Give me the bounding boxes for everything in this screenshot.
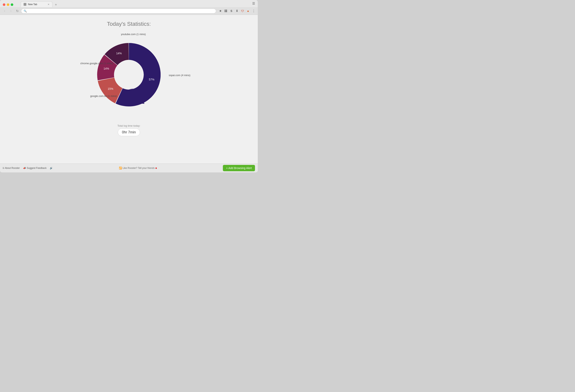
back-button[interactable]: ‹ xyxy=(2,8,7,13)
traffic-lights xyxy=(3,3,13,6)
browser-footer: ℹ About Rooster 📣 Suggest Feedback 🔊 🔁 L… xyxy=(0,163,258,172)
maximize-button[interactable] xyxy=(11,3,13,6)
minimize-button[interactable] xyxy=(7,3,9,6)
label-chrome: chrome.google.com (1 mins) xyxy=(80,62,113,65)
download-icon[interactable]: ⬇ xyxy=(235,9,239,13)
share-label: Like Rooster? Tell your friends xyxy=(123,167,155,169)
svg-text:14%: 14% xyxy=(103,67,109,70)
chart-area: 57%15%14%14% youtube.com (1 mins) chrome… xyxy=(79,29,178,120)
svg-text:57%: 57% xyxy=(149,78,154,81)
s-icon[interactable]: S xyxy=(229,9,234,13)
about-rooster-link[interactable]: ℹ About Rooster xyxy=(3,167,20,169)
total-log-label: Total log time today: xyxy=(117,124,140,127)
svg-rect-3 xyxy=(226,11,227,12)
reload-button[interactable]: ↻ xyxy=(15,8,20,13)
forward-button[interactable]: › xyxy=(8,8,13,13)
label-google-tw: google.com.tw (1 mins) xyxy=(90,94,117,97)
page-content: Today's Statistics: xyxy=(0,15,258,163)
toolbar: ‹ › ↻ 🔍 ★ S ⬇ 🛡 ● ⋮ xyxy=(0,7,258,15)
svg-text:14%: 14% xyxy=(116,52,122,55)
label-youtube: youtube.com (1 mins) xyxy=(121,33,146,36)
feedback-label: Suggest Feedback xyxy=(27,167,47,169)
search-icon: 🔍 xyxy=(24,9,27,12)
active-tab[interactable]: New Tab × xyxy=(21,1,52,7)
tab-title: New Tab xyxy=(28,3,37,6)
new-tab-button[interactable]: + xyxy=(53,2,58,7)
volume-icon: 🔊 xyxy=(50,167,53,169)
share-icon: 🔁 xyxy=(119,167,122,169)
browser-chrome: New Tab × + ☰ ‹ › ↻ 🔍 ★ S xyxy=(0,0,258,15)
tab-close-icon[interactable]: × xyxy=(48,3,49,6)
title-bar: New Tab × + ☰ xyxy=(0,0,258,7)
security-icon[interactable]: 🛡 xyxy=(240,9,245,13)
footer-left: ℹ About Rooster 📣 Suggest Feedback 🔊 xyxy=(3,167,53,169)
menu-icon[interactable]: ☰ xyxy=(252,1,255,5)
footer-center: 🔁 Like Rooster? Tell your friends xyxy=(57,167,219,169)
address-bar[interactable]: 🔍 xyxy=(21,8,216,13)
svg-rect-1 xyxy=(226,10,227,11)
extensions-icon[interactable] xyxy=(224,9,228,13)
svg-rect-0 xyxy=(225,10,226,11)
more-icon[interactable]: ⋮ xyxy=(251,9,256,13)
bookmark-icon[interactable]: ★ xyxy=(218,9,222,13)
svg-rect-2 xyxy=(225,11,226,12)
label-sspai: sspai.com (4 mins) xyxy=(169,74,190,77)
add-browsing-alert-button[interactable]: + Add Browsing Alert xyxy=(223,165,255,171)
url-input[interactable] xyxy=(28,9,214,12)
about-label: About Rooster xyxy=(4,167,20,169)
info-icon: ℹ xyxy=(3,167,4,169)
volume-control[interactable]: 🔊 xyxy=(50,167,53,169)
page-title: Today's Statistics: xyxy=(107,21,151,27)
rooster-icon[interactable]: ● xyxy=(246,9,250,13)
feedback-icon: 📣 xyxy=(23,167,26,169)
browser-content: Today's Statistics: xyxy=(0,15,258,163)
svg-text:15%: 15% xyxy=(108,87,113,90)
close-button[interactable] xyxy=(3,3,5,6)
bottom-stats: Total log time today: 0hr 7min xyxy=(117,124,140,136)
tab-bar: New Tab × + xyxy=(18,1,61,7)
tab-favicon xyxy=(24,3,26,6)
notification-dot xyxy=(155,167,157,169)
feedback-link[interactable]: 📣 Suggest Feedback xyxy=(23,167,47,169)
toolbar-icons: ★ S ⬇ 🛡 ● ⋮ xyxy=(218,9,256,13)
total-time-value: 0hr 7min xyxy=(118,128,140,136)
donut-chart-computed: 57%15%14%14% xyxy=(79,29,178,120)
